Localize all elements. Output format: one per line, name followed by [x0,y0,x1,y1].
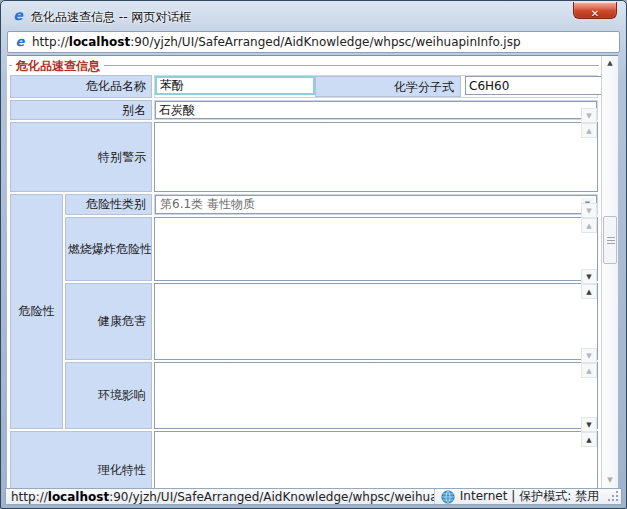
hazard-group-label: 危险性 [10,194,63,429]
scroll-down-icon[interactable]: ▼ [581,203,597,218]
scroll-down-icon[interactable]: ▼ [581,348,597,363]
status-url-prefix: http:// [11,490,48,504]
scroll-up-icon[interactable]: ▲ [581,363,597,378]
name-label: 危化品名称 [10,75,152,98]
name-row-content: 化学分子式 [154,75,598,98]
warning-label: 特别警示 [10,122,152,192]
env-text: 在很低的浓度下就能对水生生物造成危害 在土壤中，只要2-5天时间就可完全降解 2… [155,363,580,367]
ie-icon: e [10,8,26,24]
scrollbar-thumb[interactable] [603,216,617,264]
fire-cell: 可燃 ▲ ▼ [154,217,598,281]
warning-text: 有毒，对皮肤、黏膜有强烈的腐蚀作用 皮肤接触，首先用大量清水冲洗至少15min，… [155,123,580,127]
env-label: 环境影响 [65,362,152,429]
dialog-window: e 危化品速查信息 -- 网页对话框 ✕ e http://localhost:… [0,0,627,509]
scroll-up-icon[interactable]: ▲ [581,284,597,299]
alias-input[interactable] [155,101,597,119]
close-button[interactable]: ✕ [573,2,617,19]
health-label: 健康危害 [65,283,152,360]
globe-icon [441,490,455,504]
status-url-host: localhost [48,490,109,504]
status-bar: http://localhost:90/yjzh/UI/SafeArranged… [5,488,622,505]
scroll-up-icon[interactable]: ▲ [581,123,597,138]
health-text: 急性毒性：大鼠经LD50317mg／kg；兔经皮LD50。630mg/kg；大鼠… [155,284,580,288]
category-value: 第6.1类 毒性物质 [160,197,255,211]
table-row: 别名 [10,100,598,120]
fire-text: 可燃 [155,218,580,222]
table-row: 理化特性 无色或白色晶体，有特殊气味。在空气中及光线作用下变为粉红色甚至红色。室… [10,431,598,488]
phys-label: 理化特性 [10,431,152,488]
table-row: 特别警示 有毒，对皮肤、黏膜有强烈的腐蚀作用 皮肤接触，首先用大量清水冲洗至少1… [10,122,598,192]
security-zone: Internet | 保护模式: 禁用 [434,489,605,504]
window-title: 危化品速查信息 -- 网页对话框 [31,9,191,26]
url-rest: :90/yjzh/UI/SafeArranged/AidKnowledge/wh… [130,35,520,49]
thumb-grip-icon [607,237,615,244]
scroll-up-icon[interactable]: ▲ [581,432,597,447]
scroll-down-icon[interactable]: ▼ [581,269,597,284]
scroll-down-icon[interactable]: ▼ [581,108,597,123]
address-url: http://localhost:90/yjzh/UI/SafeArranged… [32,35,521,49]
legend-strip: 危化品速查信息 [7,56,601,73]
ie-icon: e [12,34,28,50]
alias-label: 别名 [10,100,152,120]
address-bar[interactable]: e http://localhost:90/yjzh/UI/SafeArrang… [7,31,620,53]
close-icon: ✕ [591,8,599,19]
phys-text: 无色或白色晶体，有特殊气味。在空气中及光线作用下变为粉红色甚至红色。室温下微溶于… [155,432,580,436]
info-table: 危化品名称 化学分子式 别名 特别警示 [8,73,600,488]
fire-label: 燃烧爆炸危险性 [65,217,152,281]
scroll-down-icon[interactable]: ▼ [602,473,618,488]
formula-input[interactable] [465,76,618,95]
warning-cell: 有毒，对皮肤、黏膜有强烈的腐蚀作用 皮肤接触，首先用大量清水冲洗至少15min，… [154,122,598,192]
scroll-down-icon[interactable]: ▼ [581,417,597,432]
status-url: http://localhost:90/yjzh/UI/SafeArranged… [6,490,434,504]
table-row: 健康危害 急性毒性：大鼠经LD50317mg／kg；兔经皮LD50。630mg/… [10,283,598,360]
scroll-up-icon[interactable]: ▲ [602,56,618,72]
chemical-name-input[interactable] [155,76,315,95]
table-row: 燃烧爆炸危险性 可燃 ▲ ▼ [10,217,598,281]
category-label: 危险性类别 [65,194,152,215]
health-cell: 急性毒性：大鼠经LD50317mg／kg；兔经皮LD50。630mg/kg；大鼠… [154,283,598,360]
scroll-up-icon[interactable]: ▲ [581,218,597,233]
table-row: 危化品名称 化学分子式 [10,75,598,98]
alias-row-content [154,100,598,120]
url-host: localhost [69,35,130,49]
page-scrollbar[interactable]: ▲ ▼ [601,56,618,488]
resize-grip[interactable] [605,489,621,504]
status-url-rest: :90/yjzh/UI/SafeArranged/AidKnowledge/wh… [109,490,434,504]
table-row: 危险性 危险性类别 第6.1类 毒性物质 ▼ [10,194,598,215]
url-prefix: http:// [32,35,69,49]
hazard-category-select[interactable]: 第6.1类 毒性物质 ▼ [155,195,597,214]
titlebar[interactable]: e 危化品速查信息 -- 网页对话框 ✕ [1,1,626,30]
zone-text: Internet | 保护模式: 禁用 [460,488,599,505]
category-cell: 第6.1类 毒性物质 ▼ [154,194,598,215]
env-cell: 在很低的浓度下就能对水生生物造成危害 在土壤中，只要2-5天时间就可完全降解 2… [154,362,598,429]
formula-label: 化学分子式 [315,76,461,97]
page: 危化品速查信息 危化品名称 化学分子式 别名 [7,55,618,488]
table-row: 环境影响 在很低的浓度下就能对水生生物造成危害 在土壤中，只要2-5天时间就可完… [10,362,598,429]
phys-cell: 无色或白色晶体，有特殊气味。在空气中及光线作用下变为粉红色甚至红色。室温下微溶于… [154,431,598,488]
